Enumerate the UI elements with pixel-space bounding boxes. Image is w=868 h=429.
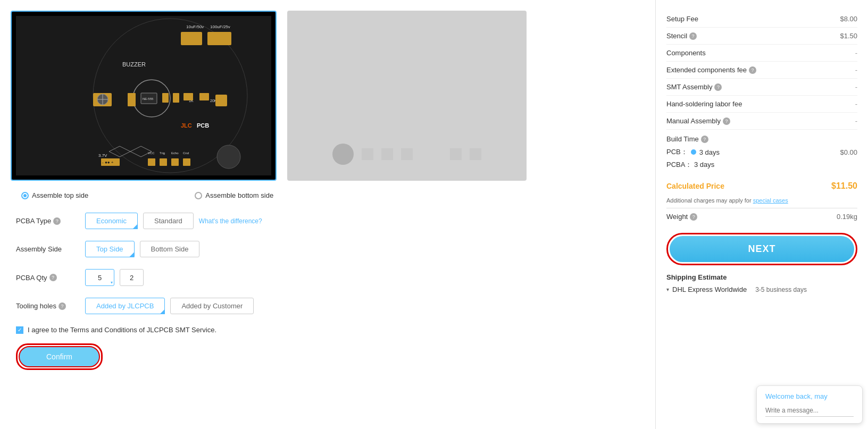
economic-button[interactable]: Economic [85,213,138,229]
build-time-label: Build Time [666,135,699,143]
next-btn-container: NEXT [666,233,857,265]
added-by-jlcpcb-button[interactable]: Added by JLCPCB [85,298,165,314]
components-row: Components - [666,45,857,62]
assembly-side-controls: Top Side Bottom Side [85,241,199,257]
svg-rect-3 [207,32,231,45]
added-by-customer-button[interactable]: Added by Customer [170,298,254,314]
setup-fee-row: Setup Fee $8.00 [666,11,857,28]
assemble-bottom-radio[interactable] [195,192,202,199]
tooling-holes-row: Tooling holes ? Added by JLCPCB Added by… [16,298,639,314]
terms-label: I agree to the Terms and Conditions of J… [28,326,216,334]
ext-components-help-icon[interactable]: ? [749,66,756,74]
calculated-price-row: Calculated Price $11.50 [666,175,857,197]
next-button[interactable]: NEXT [670,236,854,262]
pcba-qty-input[interactable] [85,269,114,286]
svg-rect-27 [148,158,155,166]
pcb-price-value: $0.00 [840,148,857,156]
pcba-type-label: PCBA Type ? [16,217,85,225]
bottom-side-button[interactable]: Bottom Side [140,241,200,257]
weight-row: Weight ? 0.19kg [666,208,857,225]
weight-help-icon[interactable]: ? [690,213,697,221]
right-panel: Setup Fee $8.00 Stencil ? $1.50 Componen… [655,0,868,429]
tooling-holes-controls: Added by JLCPCB Added by Customer [85,298,254,314]
smt-assembly-help-icon[interactable]: ? [714,83,722,91]
chat-input[interactable] [765,405,854,417]
svg-text:- ●● +: - ●● + [102,160,114,165]
top-side-button[interactable]: Top Side [85,241,135,257]
smt-assembly-row: SMT Assembly ? - [666,79,857,96]
manual-assembly-help-icon[interactable]: ? [723,117,730,125]
shipping-carrier: DHL Express Worldwide [672,285,747,293]
pcb-preview-sq2 [381,148,393,160]
checkbox-check-icon: ✓ [18,327,22,333]
terms-checkbox[interactable]: ✓ [16,326,23,334]
form-section: PCBA Type ? Economic Standard What's the… [11,213,645,314]
smt-assembly-value: - [855,83,857,91]
note-text: Additional charges may apply for special… [666,197,857,204]
whats-difference-link[interactable]: What's the difference? [199,217,262,225]
pcb-bottom-preview [287,11,527,181]
confirm-outline: Confirm [16,343,103,370]
hand-soldering-label: Hand-soldering labor fee [666,100,742,108]
pcba-type-help-icon[interactable]: ? [53,217,61,225]
confirm-row: Confirm [11,343,645,370]
calc-price-label: Calculated Price [666,182,724,190]
svg-rect-15 [173,93,179,103]
pcba-qty-help-icon[interactable]: ? [49,274,57,281]
confirm-button[interactable]: Confirm [19,346,100,367]
chat-popup: Welcome back, may [756,385,863,424]
ext-components-value: - [855,66,857,74]
stencil-value: $1.50 [840,32,857,40]
pcba-qty-input2[interactable] [120,269,144,286]
manual-assembly-value: - [855,117,857,125]
svg-rect-30 [183,158,190,166]
smt-assembly-label: SMT Assembly ? [666,83,722,91]
standard-button[interactable]: Standard [143,213,194,229]
assemble-top-option[interactable]: Assemble top side [21,191,88,199]
pcb-preview-sq4 [450,148,462,160]
assembly-side-form-row: Assembly Side Top Side Bottom Side [16,241,639,257]
svg-rect-14 [162,93,169,103]
hand-soldering-value: - [855,100,857,108]
pcb-days-value: 3 days [699,148,720,156]
svg-text:10uF/50v: 10uF/50v [186,24,204,29]
setup-fee-label: Setup Fee [666,15,698,23]
pcb-label: PCB： [666,147,688,157]
setup-fee-value: $8.00 [840,15,857,23]
pcba-type-controls: Economic Standard What's the difference? [85,213,262,229]
svg-text:PCB: PCB [197,122,209,129]
weight-label: Weight ? [666,213,697,221]
special-cases-link[interactable]: special cases [753,197,788,204]
pcba-qty-row: PCBA Qty ? [16,269,639,286]
build-time-section: Build Time ? PCB： 3 days $0.00 PCBA： 3 d… [666,130,857,175]
svg-text:Cnd: Cnd [183,152,189,155]
components-label: Components [666,49,706,57]
assembly-side-label: Assembly Side [16,245,85,253]
svg-text:Echo: Echo [171,152,179,155]
pcba-qty-label: PCBA Qty ? [16,274,85,282]
build-time-help-icon[interactable]: ? [701,136,708,143]
assembly-side-row: Assemble top side Assemble bottom side [11,191,645,199]
svg-point-37 [217,145,240,169]
assemble-bottom-option[interactable]: Assemble bottom side [195,191,273,199]
svg-text:3.7V: 3.7V [98,153,107,158]
chat-welcome: Welcome back, may [765,392,854,400]
manual-assembly-row: Manual Assembly ? - [666,113,857,130]
shipping-label: Shipping Estimate [666,273,857,281]
shipping-section: Shipping Estimate ▾ DHL Express Worldwid… [666,273,857,293]
pcb-preview-sq5 [470,148,481,160]
pcb-days-row: PCB： 3 days $0.00 [666,147,857,157]
tooling-holes-help-icon[interactable]: ? [59,302,66,310]
svg-rect-19 [183,93,193,100]
svg-rect-2 [181,32,202,45]
stencil-help-icon[interactable]: ? [689,32,697,40]
svg-rect-28 [160,158,167,166]
assemble-top-radio[interactable] [21,192,29,199]
calc-price-value: $11.50 [831,181,857,191]
pcba-type-row: PCBA Type ? Economic Standard What's the… [16,213,639,229]
pcba-qty-box [85,269,114,286]
terms-checkbox-row: ✓ I agree to the Terms and Conditions of… [11,326,645,334]
ext-components-label: Extended components fee ? [666,66,756,74]
weight-value: 0.19kg [837,213,857,221]
svg-text:100uF/25v: 100uF/25v [210,24,230,29]
